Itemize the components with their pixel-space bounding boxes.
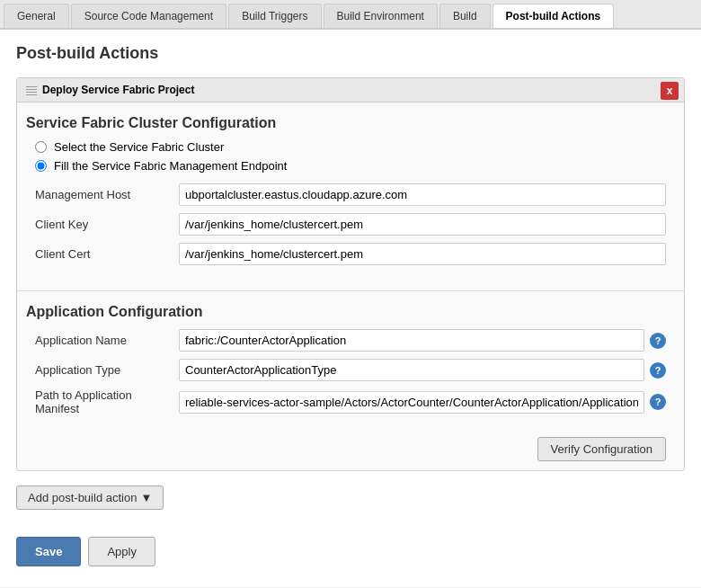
section-divider [17, 290, 684, 291]
app-name-input[interactable] [179, 329, 644, 352]
tab-build-triggers[interactable]: Build Triggers [228, 4, 321, 28]
management-host-row: Management Host [35, 183, 666, 206]
action-card-header: Deploy Service Fabric Project [17, 78, 684, 102]
radio-option-fill: Fill the Service Fabric Management Endpo… [35, 159, 666, 173]
tab-build-environment[interactable]: Build Environment [324, 4, 438, 28]
drag-handle[interactable] [26, 85, 37, 95]
app-manifest-input[interactable] [179, 391, 644, 414]
app-type-row: Application Type ? [35, 359, 666, 381]
radio-select-cluster[interactable] [35, 141, 47, 153]
tab-source-code[interactable]: Source Code Management [71, 4, 226, 28]
app-config-section: Application Configuration Application Na… [17, 304, 684, 470]
client-key-input[interactable] [179, 213, 666, 236]
app-name-label: Application Name [35, 334, 179, 347]
close-action-button[interactable]: x [661, 82, 679, 100]
management-host-label: Management Host [35, 188, 179, 201]
cluster-radio-group: Select the Service Fabric Cluster Fill t… [26, 140, 675, 173]
app-manifest-row: Path to Application Manifest ? [35, 388, 666, 415]
radio-select-cluster-label[interactable]: Select the Service Fabric Cluster [54, 140, 224, 154]
app-type-input[interactable] [179, 359, 644, 381]
add-action-label: Add post-build action [28, 491, 137, 504]
client-cert-label: Client Cert [35, 247, 179, 261]
cluster-fields: Management Host Client Key Client Cert [26, 183, 675, 281]
app-name-row: Application Name ? [35, 329, 666, 352]
app-manifest-help-icon[interactable]: ? [650, 394, 666, 410]
app-name-help-icon[interactable]: ? [650, 333, 666, 349]
radio-fill-endpoint-label[interactable]: Fill the Service Fabric Management Endpo… [54, 159, 287, 173]
radio-fill-endpoint[interactable] [35, 160, 47, 172]
page-title: Post-build Actions [16, 44, 685, 63]
app-manifest-label: Path to Application Manifest [35, 388, 179, 415]
app-fields: Application Name ? Application Type ? Pa… [26, 329, 675, 432]
management-host-input[interactable] [179, 183, 666, 206]
tab-post-build-actions[interactable]: Post-build Actions [492, 4, 615, 28]
action-card-title: Deploy Service Fabric Project [42, 84, 194, 96]
service-fabric-section-title: Service Fabric Cluster Configuration [26, 115, 675, 131]
apply-button[interactable]: Apply [88, 537, 155, 566]
bottom-bar: Save Apply [16, 528, 685, 575]
client-cert-input[interactable] [179, 243, 666, 265]
service-fabric-section: Service Fabric Cluster Configuration Sel… [17, 115, 684, 281]
main-content: Post-build Actions Deploy Service Fabric… [0, 30, 701, 587]
deploy-action-card: Deploy Service Fabric Project x Service … [16, 77, 685, 471]
save-button[interactable]: Save [16, 537, 81, 566]
tab-bar: General Source Code Management Build Tri… [0, 0, 701, 30]
radio-option-select: Select the Service Fabric Cluster [35, 140, 666, 154]
app-config-section-title: Application Configuration [26, 304, 675, 320]
client-key-row: Client Key [35, 213, 666, 236]
verify-row: Verify Configuration [26, 432, 675, 470]
add-post-build-action-button[interactable]: Add post-build action ▼ [16, 486, 164, 510]
app-type-help-icon[interactable]: ? [650, 362, 666, 379]
client-key-label: Client Key [35, 218, 179, 231]
tab-general[interactable]: General [4, 4, 69, 28]
tab-build[interactable]: Build [439, 4, 491, 28]
client-cert-row: Client Cert [35, 243, 666, 265]
app-type-label: Application Type [35, 363, 179, 377]
verify-configuration-button[interactable]: Verify Configuration [537, 437, 666, 461]
dropdown-arrow-icon: ▼ [140, 491, 152, 504]
